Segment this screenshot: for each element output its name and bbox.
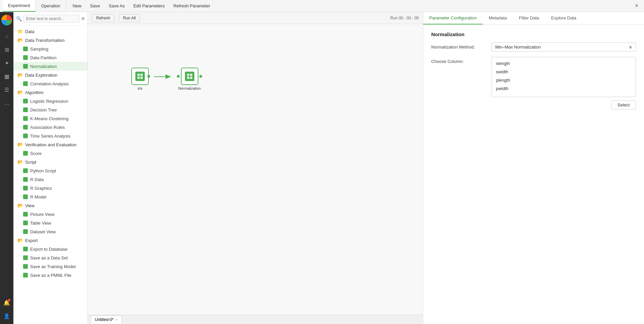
item-icon-score	[23, 151, 28, 156]
tab-operation[interactable]: Operation	[36, 0, 66, 12]
item-sampling[interactable]: Sampling	[13, 45, 87, 53]
item-label-tableview: Table View	[30, 221, 51, 226]
nav-icon-more[interactable]: …	[1, 98, 12, 108]
folder-algorithm[interactable]: 📂 Algorithm	[13, 88, 87, 97]
refresh-parameter-button[interactable]: Refresh Parameter	[169, 2, 214, 10]
canvas-content[interactable]: irtx Normalization	[88, 24, 423, 315]
item-r-graphics[interactable]: R Graphics	[13, 184, 87, 192]
canvas-toolbar: Refresh Run All Run 00 : 00 : 00	[88, 12, 423, 24]
save-button[interactable]: Save	[86, 2, 104, 10]
column-item-pwidth[interactable]: pwidth	[492, 84, 636, 93]
refresh-button[interactable]: Refresh	[92, 14, 115, 22]
tab-metadata[interactable]: Metadata	[483, 12, 513, 24]
nav-icon-chat[interactable]: ☰	[1, 84, 12, 95]
flow-node-normalization[interactable]: Normalization	[178, 68, 201, 90]
column-item-swidth[interactable]: swidth	[492, 68, 636, 76]
param-label-column: Choose Column:	[431, 57, 492, 64]
item-table-view[interactable]: Table View	[13, 219, 87, 227]
search-icon: 🔍	[16, 16, 22, 21]
search-input[interactable]	[23, 15, 79, 23]
run-all-button[interactable]: Run All	[119, 14, 140, 22]
svg-rect-4	[137, 77, 140, 79]
item-icon-export-db	[23, 246, 28, 252]
edit-parameters-button[interactable]: Edit Parameters	[129, 2, 169, 10]
sidebar-menu-icon[interactable]: ≡	[81, 15, 85, 22]
item-icon-rdata	[23, 177, 28, 182]
item-correlation-analysis[interactable]: Correlation Analysis	[13, 79, 87, 88]
nav-icon-user[interactable]: 👤	[1, 311, 12, 321]
item-save-pmml[interactable]: Save as a PMML File	[13, 271, 87, 279]
item-label-export-db: Export to Database	[30, 247, 67, 252]
item-icon-rmodel	[23, 194, 28, 199]
new-button[interactable]: New	[69, 2, 85, 10]
svg-rect-2	[137, 74, 140, 76]
item-export-to-db[interactable]: Export to Database	[13, 245, 87, 253]
connector-left-norm	[177, 75, 180, 78]
item-dataset-view[interactable]: Dataset View	[13, 227, 87, 236]
node-box-normalization	[181, 68, 198, 85]
nav-icon-notification[interactable]: 🔔	[1, 297, 12, 308]
item-r-data[interactable]: R Data	[13, 175, 87, 184]
run-timer: Run 00 : 00 : 00	[390, 16, 419, 20]
nav-icon-tools[interactable]: ✦	[1, 58, 12, 68]
svg-rect-7	[190, 74, 192, 76]
item-python-script[interactable]: Python Script	[13, 166, 87, 175]
item-score[interactable]: Score	[13, 149, 87, 158]
canvas-tab-label: Untitled-0*	[95, 317, 114, 322]
item-data-partition[interactable]: Data Partition	[13, 53, 87, 62]
flow-node-irtx[interactable]: irtx	[131, 68, 149, 90]
param-row-method: Normalization Method: Min–Max Normalizat…	[431, 43, 636, 52]
item-label-ar: Association Rules	[30, 125, 65, 130]
folder-label-export: Export	[25, 238, 38, 243]
item-save-training-model[interactable]: Save as Training Model	[13, 262, 87, 271]
save-as-button[interactable]: Save As	[105, 2, 129, 10]
item-r-model[interactable]: R Model	[13, 192, 87, 201]
canvas-tab-untitled[interactable]: Untitled-0* ×	[90, 316, 122, 324]
close-button[interactable]: ×	[632, 1, 641, 11]
node-label-irtx: irtx	[138, 86, 143, 90]
column-item-slength[interactable]: slength	[492, 59, 636, 68]
right-panel-tabs: Parameter Configuration Metadata Filter …	[423, 12, 644, 25]
folder-label-script: Script	[25, 160, 36, 165]
sidebar: 🔍 ≡ 📁 Data 📂 Data Transformation Samplin…	[13, 12, 88, 324]
item-icon-save-ds	[23, 255, 28, 260]
item-association-rules[interactable]: Association Rules	[13, 123, 87, 132]
folder-data-exploration[interactable]: 📂 Data Exploration	[13, 71, 87, 79]
nav-icon-grid[interactable]: ⊞	[1, 44, 12, 55]
item-logistic-regression[interactable]: Logistic Regression	[13, 97, 87, 105]
tab-explore-data[interactable]: Explore Data	[545, 12, 582, 24]
item-k-means-clustering[interactable]: K-Means Clustering	[13, 114, 87, 123]
top-bar: Experiment Operation New Save Save As Ed…	[0, 0, 644, 12]
item-time-series[interactable]: Time Series Analysis	[13, 132, 87, 140]
nav-icon-home[interactable]: ⌂	[1, 31, 12, 42]
item-label-sampling: Sampling	[30, 47, 48, 52]
item-icon-datasetview	[23, 229, 28, 234]
tab-parameter-configuration[interactable]: Parameter Configuration	[423, 12, 483, 24]
folder-verification[interactable]: 📂 Verification and Evaluation	[13, 140, 87, 149]
folder-label-data: Data	[25, 29, 34, 34]
normalization-method-value: Min–Max Normalization	[495, 45, 541, 50]
item-decision-tree[interactable]: Decision Tree	[13, 105, 87, 114]
item-icon-sampling	[23, 46, 28, 52]
folder-view[interactable]: 📂 View	[13, 201, 87, 210]
item-label-datasetview: Dataset View	[30, 229, 56, 234]
item-label-rgraphics: R Graphics	[30, 186, 52, 191]
column-item-plength[interactable]: plength	[492, 76, 636, 84]
item-save-data-set[interactable]: Save as a Data Set	[13, 253, 87, 262]
folder-script[interactable]: 📂 Script	[13, 158, 87, 166]
nav-icon-chart[interactable]: ▦	[1, 71, 12, 82]
folder-data-transformation[interactable]: 📂 Data Transformation	[13, 36, 87, 45]
tab-filter-data[interactable]: Filter Data	[513, 12, 545, 24]
normalization-method-select[interactable]: Min–Max Normalization ∨	[492, 43, 636, 52]
item-picture-view[interactable]: Picture View	[13, 210, 87, 219]
select-button[interactable]: Select	[611, 100, 636, 109]
tab-experiment[interactable]: Experiment	[3, 0, 36, 12]
item-icon-corr	[23, 81, 28, 86]
folder-data[interactable]: 📁 Data	[13, 27, 87, 36]
folder-export[interactable]: 📂 Export	[13, 236, 87, 245]
canvas-tab-close[interactable]: ×	[116, 318, 118, 322]
param-row-column: Choose Column: slength swidth plength pw…	[431, 57, 636, 109]
item-icon-lr	[23, 98, 28, 104]
item-normalization[interactable]: Normalization	[13, 62, 87, 71]
folder-label-algo: Algorithm	[25, 90, 44, 95]
